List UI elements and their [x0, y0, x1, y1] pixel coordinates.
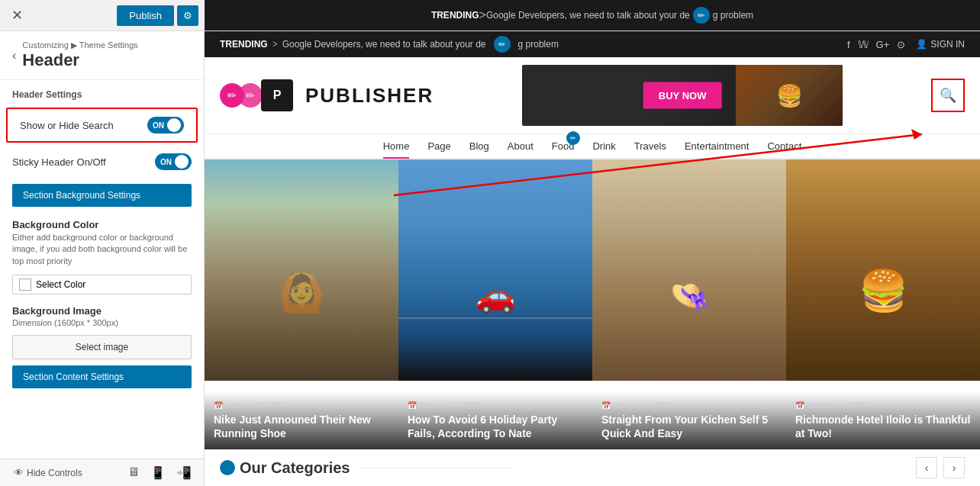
search-icon: 🔍 — [940, 87, 956, 104]
card-3-overlay: 📅 January 14, 2020 Straight From Your Ki… — [592, 392, 786, 449]
bg-image-label: Background Image — [0, 298, 204, 318]
website-preview: TRENDING > Google Developers, we need to… — [205, 31, 980, 486]
card-2-title: How To Avoid 6 Holiday Party Fails, Acco… — [408, 413, 583, 440]
top-bar: ✕ Publish ⚙ TRENDING > Google Developers… — [0, 0, 980, 31]
preview-area: TRENDING > Google Developers, we need to… — [205, 31, 980, 486]
sidebar-topbar: ✕ Publish ⚙ — [0, 0, 205, 31]
card-1[interactable]: 🙆 📅 January 14, 2020 Nike Just Announed … — [205, 159, 398, 449]
buy-now-button[interactable]: BUY NOW — [643, 82, 722, 109]
trending-suffix: g problem — [713, 10, 753, 21]
card-4-date: 📅 January 14, 2020 — [795, 401, 971, 410]
site-edit-dot[interactable]: ✏ — [494, 36, 511, 53]
close-button[interactable]: ✕ — [6, 5, 27, 26]
card-3[interactable]: 👒 📅 January 14, 2020 Straight From Your … — [592, 159, 786, 449]
mobile-view-button[interactable]: 📲 — [173, 464, 195, 481]
card-2-overlay: 📅 January 14, 2020 How To Avoid 6 Holida… — [398, 392, 592, 449]
sticky-toggle-text: ON — [160, 158, 172, 166]
select-color-label: Select Color — [36, 279, 85, 290]
bg-image-dim: Dimension (1600px * 300px) — [0, 318, 204, 332]
sign-in-link[interactable]: 👤 SIGN IN — [916, 39, 965, 50]
select-image-button[interactable]: Select image — [12, 335, 192, 359]
next-category-button[interactable]: › — [943, 457, 965, 478]
toggle-circle — [167, 118, 181, 132]
card-3-title: Straight From Your Kichen Self 5 Quick A… — [601, 413, 777, 440]
site-trending-suffix: g problem — [518, 39, 559, 50]
trending-bar: TRENDING > Google Developers, we need to… — [205, 0, 980, 31]
trending-arrow: > — [479, 8, 486, 22]
logo-icons: ✏ ✏ P — [220, 79, 293, 111]
twitter-icon[interactable]: 𝕎 — [858, 39, 869, 50]
sticky-header-label: Sticky Header On/Off — [12, 156, 106, 168]
site-trending-text: Google Developers, we need to talk about… — [282, 39, 486, 50]
bg-color-desc: Either add background color or backgroun… — [0, 232, 204, 272]
select-color-button[interactable]: Select Color — [12, 275, 192, 294]
site-trending-area: TRENDING > Google Developers, we need to… — [220, 36, 559, 53]
header-settings-label: Header Settings — [0, 80, 204, 105]
sticky-header-toggle[interactable]: ON — [155, 153, 192, 170]
show-hide-search-label: Show or Hide Search — [20, 120, 114, 131]
category-nav-buttons: ‹ › — [916, 457, 965, 478]
bg-color-label: Background Color — [0, 213, 204, 232]
card-4-title: Richmonde Hotel Iloilo is Thankful at Tw… — [795, 413, 971, 440]
sidebar-bottom: 👁 Hide Controls 🖥 📱 📲 — [0, 459, 204, 486]
logo-text: PUBLISHER — [305, 84, 434, 108]
google-plus-icon[interactable]: G+ — [876, 39, 890, 50]
tablet-view-button[interactable]: 📱 — [147, 464, 169, 481]
site-trending-label: TRENDING — [220, 39, 268, 50]
show-hide-search-toggle[interactable]: ON — [147, 117, 184, 134]
main-area: ‹ Customizing ▶ Theme Settings Header He… — [0, 31, 980, 486]
categories-line — [359, 468, 511, 468]
publish-label: Publish — [129, 10, 162, 21]
breadcrumb: Customizing ▶ Theme Settings — [22, 40, 137, 50]
toggle-on-text: ON — [153, 121, 164, 130]
trending-label: TRENDING — [431, 10, 479, 21]
nav-item-entertainment[interactable]: Entertaintment — [685, 140, 750, 152]
color-swatch — [19, 278, 31, 291]
nav-item-blog[interactable]: Blog — [469, 140, 489, 152]
nav-item-food[interactable]: Food ✏ — [552, 140, 575, 152]
site-navigation: Home Page Blog About Food ✏ Drink Travel… — [205, 134, 980, 159]
nav-item-travels[interactable]: Travels — [634, 140, 666, 152]
prev-category-button[interactable]: ‹ — [916, 457, 937, 478]
sidebar-scroll: Header Settings Show or Hide Search ON S… — [0, 80, 204, 459]
instagram-icon[interactable]: ⊙ — [897, 39, 905, 50]
site-trending-arrow: > — [272, 39, 278, 50]
ad-burger-image: 🍔 — [736, 65, 843, 126]
sidebar-header: ‹ Customizing ▶ Theme Settings Header — [0, 31, 204, 80]
desktop-view-button[interactable]: 🖥 — [124, 464, 143, 481]
section-content-button[interactable]: Section Content Settings — [12, 365, 192, 388]
nav-item-drink[interactable]: Drink — [592, 140, 615, 152]
gear-button[interactable]: ⚙ — [177, 5, 198, 26]
categories-section: Our Categories ‹ › — [205, 449, 980, 486]
publish-button[interactable]: Publish — [117, 5, 174, 26]
card-1-date: 📅 January 14, 2020 — [214, 401, 389, 410]
categories-dot — [220, 460, 235, 475]
eye-icon: 👁 — [14, 467, 24, 478]
sticky-toggle-circle — [175, 155, 189, 169]
sidebar: ‹ Customizing ▶ Theme Settings Header He… — [0, 31, 205, 486]
nav-item-page[interactable]: Page — [427, 140, 450, 152]
card-1-overlay: 📅 January 14, 2020 Nike Just Announed Th… — [205, 392, 398, 449]
content-grid: 🙆 📅 January 14, 2020 Nike Just Announed … — [205, 159, 980, 449]
header-search-box[interactable]: 🔍 — [931, 79, 965, 112]
card-3-date: 📅 January 14, 2020 — [601, 401, 777, 410]
nav-item-home[interactable]: Home — [383, 140, 410, 152]
facebook-icon[interactable]: f — [847, 39, 850, 50]
nav-item-about[interactable]: About — [508, 140, 534, 152]
site-topbar: TRENDING > Google Developers, we need to… — [205, 31, 980, 57]
site-logo: ✏ ✏ P PUBLISHER — [220, 79, 434, 111]
food-edit-dot[interactable]: ✏ — [566, 131, 580, 145]
edit-dot-trending[interactable]: ✏ — [693, 7, 710, 24]
page-title: Header — [22, 50, 137, 70]
hide-controls-button[interactable]: 👁 Hide Controls — [9, 464, 87, 481]
breadcrumb-area: Customizing ▶ Theme Settings Header — [22, 40, 137, 70]
nav-item-contact[interactable]: Contact — [767, 140, 801, 152]
back-button[interactable]: ‹ — [12, 49, 16, 63]
section-bg-button[interactable]: Section Background Settings — [12, 184, 192, 207]
card-2[interactable]: 🚗 📅 January 14, 2020 How To Avoid 6 Holi… — [398, 159, 592, 449]
show-hide-search-row: Show or Hide Search ON — [6, 108, 198, 143]
card-4[interactable]: 🍔 📅 January 14, 2020 Richmonde Hotel Ilo… — [786, 159, 980, 449]
view-icons: 🖥 📱 📲 — [124, 464, 195, 481]
card-4-overlay: 📅 January 14, 2020 Richmonde Hotel Iloil… — [786, 392, 980, 449]
categories-title: Our Categories — [240, 459, 350, 477]
